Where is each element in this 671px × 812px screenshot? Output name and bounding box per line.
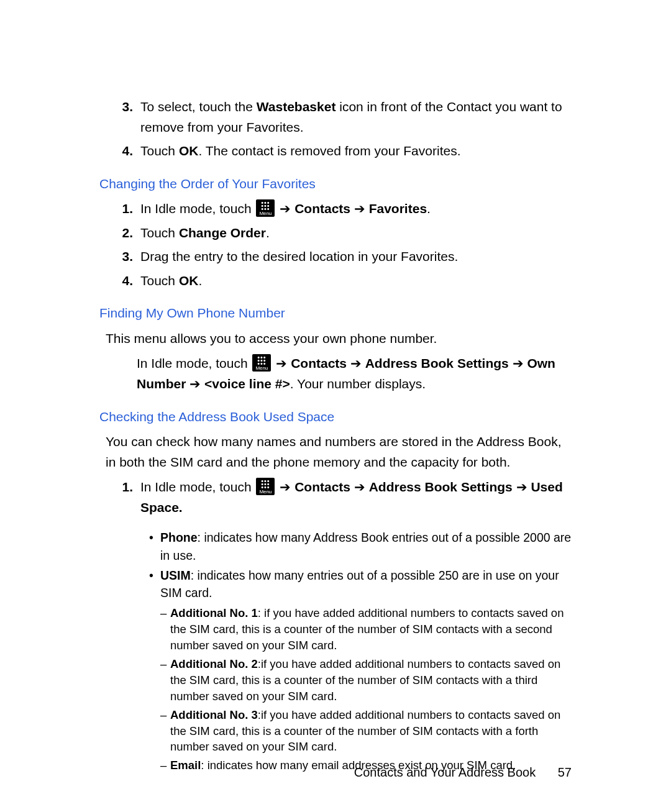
- menu-label: Menu: [256, 211, 275, 216]
- bold: Email: [170, 759, 201, 772]
- text: .: [266, 226, 270, 240]
- step-body: In Idle mode, touch ••••••••• Menu ➔ Con…: [140, 477, 572, 518]
- heading-used-space: Checking the Address Book Used Space: [99, 407, 572, 427]
- nav-contacts: Contacts: [291, 356, 347, 370]
- dash-item: – Additional No. 3:if you have added add…: [160, 707, 572, 755]
- list-item: 3. Drag the entry to the desired locatio…: [99, 247, 572, 267]
- page: 3. To select, touch the Wastebasket icon…: [0, 0, 671, 812]
- step-body: Touch Change Order.: [140, 223, 572, 244]
- step-number: 3.: [99, 97, 140, 137]
- bullet-mark: •: [149, 567, 160, 602]
- dash-mark: –: [160, 656, 170, 705]
- text: . The contact is removed from your Favor…: [198, 144, 460, 158]
- dash-item: – Additional No. 1: if you have added ad…: [160, 605, 572, 654]
- heading-finding-number: Finding My Own Phone Number: [99, 303, 572, 324]
- step-number: 1.: [99, 477, 140, 518]
- list-item: 2. Touch Change Order.: [99, 223, 572, 244]
- dash-item: – Additional No. 2:if you have added add…: [160, 656, 572, 705]
- menu-label: Menu: [256, 489, 275, 495]
- menu-dots: •••••••••: [256, 201, 275, 211]
- text: : indicates how many Address Book entrie…: [160, 531, 571, 562]
- text: To select, touch the: [140, 99, 257, 114]
- bold: Wastebasket: [257, 99, 336, 114]
- page-number: 57: [558, 763, 572, 782]
- arrow-icon: ➔: [280, 201, 291, 216]
- arrow-icon: ➔: [516, 480, 527, 494]
- text: Drag the entry to the desired location i…: [140, 249, 458, 263]
- list-item: 3. To select, touch the Wastebasket icon…: [99, 97, 572, 137]
- text: .: [427, 201, 431, 216]
- dash-mark: –: [160, 605, 170, 654]
- nav-favorites: Favorites: [369, 201, 427, 216]
- list-item: 1. In Idle mode, touch ••••••••• Menu ➔ …: [99, 477, 572, 518]
- text: Touch: [140, 144, 179, 158]
- step-number: 4.: [99, 141, 140, 162]
- list-item: 4. Touch OK.: [99, 271, 572, 291]
- bold: USIM: [160, 568, 191, 582]
- bold: Additional No. 3: [170, 708, 258, 721]
- arrow-icon: ➔: [513, 356, 524, 370]
- menu-icon: ••••••••• Menu: [256, 478, 275, 495]
- step-number: 3.: [99, 247, 140, 267]
- menu-dots: •••••••••: [256, 480, 275, 489]
- bold: Additional No. 2: [170, 657, 258, 670]
- step-number: 1.: [99, 199, 140, 219]
- step-body: In Idle mode, touch ••••••••• Menu ➔ Con…: [140, 199, 572, 219]
- nav-contacts: Contacts: [294, 201, 350, 216]
- menu-label: Menu: [252, 365, 271, 371]
- dash-mark: –: [160, 757, 170, 773]
- bullet-list: • Phone: indicates how many Address Book…: [149, 529, 572, 601]
- step-body: Touch OK. The contact is removed from yo…: [140, 141, 572, 162]
- section3-steps: 1. In Idle mode, touch ••••••••• Menu ➔ …: [99, 477, 572, 518]
- nav-voice-line: <voice line #>: [204, 376, 290, 391]
- text: Touch: [140, 273, 179, 288]
- heading-changing-order: Changing the Order of Your Favorites: [99, 174, 572, 194]
- dash-text: Additional No. 2:if you have added addit…: [170, 656, 572, 705]
- nav-address-book-settings: Address Book Settings: [365, 356, 509, 370]
- text: Touch: [140, 226, 179, 240]
- dash-mark: –: [160, 707, 170, 755]
- paragraph: This menu allows you to access your own …: [106, 329, 572, 349]
- footer: Contacts and Your Address Book 57: [354, 763, 572, 782]
- arrow-icon: ➔: [276, 356, 287, 370]
- paragraph: You can check how many names and numbers…: [106, 432, 572, 472]
- text: In Idle mode, touch: [140, 201, 255, 216]
- step-body: Drag the entry to the desired location i…: [140, 247, 572, 267]
- section2-step: In Idle mode, touch ••••••••• Menu ➔ Con…: [137, 354, 572, 394]
- section1-steps: 1. In Idle mode, touch ••••••••• Menu ➔ …: [99, 199, 572, 291]
- intro-steps: 3. To select, touch the Wastebasket icon…: [99, 97, 572, 162]
- bullet-item: • USIM: indicates how many entries out o…: [149, 567, 572, 602]
- nav-address-book-settings: Address Book Settings: [369, 480, 513, 494]
- text: In Idle mode, touch: [140, 480, 255, 494]
- step-body: Touch OK.: [140, 271, 572, 291]
- arrow-icon: ➔: [280, 480, 291, 494]
- arrow-icon: ➔: [354, 480, 365, 494]
- step-number: 2.: [99, 223, 140, 244]
- dash-text: Additional No. 1: if you have added addi…: [170, 605, 572, 654]
- menu-icon: ••••••••• Menu: [256, 199, 275, 217]
- menu-dots: •••••••••: [252, 356, 271, 365]
- step-body: To select, touch the Wastebasket icon in…: [140, 97, 572, 137]
- dash-list: – Additional No. 1: if you have added ad…: [160, 605, 572, 773]
- nav-contacts: Contacts: [294, 480, 350, 494]
- bullet-mark: •: [149, 529, 160, 564]
- bold: OK: [179, 144, 199, 158]
- bold: OK: [179, 273, 199, 288]
- bullet-text: Phone: indicates how many Address Book e…: [160, 529, 572, 564]
- menu-icon: ••••••••• Menu: [252, 354, 271, 372]
- step-number: 4.: [99, 271, 140, 291]
- bold: Change Order: [179, 226, 266, 240]
- list-item: 4. Touch OK. The contact is removed from…: [99, 141, 572, 162]
- dash-text: Additional No. 3:if you have added addit…: [170, 707, 572, 755]
- bullet-text: USIM: indicates how many entries out of …: [160, 567, 572, 602]
- arrow-icon: ➔: [189, 376, 201, 391]
- arrow-icon: ➔: [354, 201, 365, 216]
- footer-title: Contacts and Your Address Book: [354, 765, 536, 779]
- text: In Idle mode, touch: [137, 356, 251, 370]
- bold: Phone: [160, 531, 198, 544]
- list-item: 1. In Idle mode, touch ••••••••• Menu ➔ …: [99, 199, 572, 219]
- bold: Additional No. 1: [170, 606, 258, 619]
- text: .: [198, 273, 202, 288]
- bullet-item: • Phone: indicates how many Address Book…: [149, 529, 572, 564]
- arrow-icon: ➔: [350, 356, 362, 370]
